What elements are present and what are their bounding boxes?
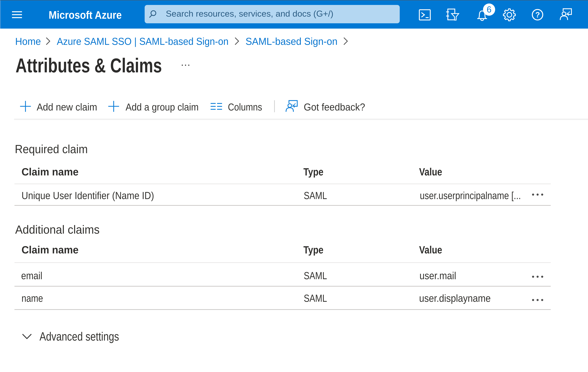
svg-text:?: ? [535,11,540,19]
svg-text:6: 6 [487,5,492,14]
